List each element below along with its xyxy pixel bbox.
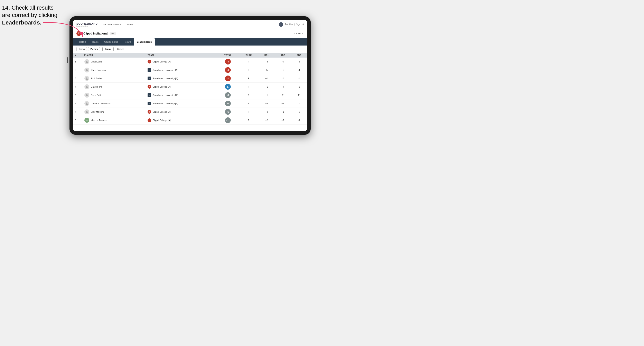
cell-total: +11 — [217, 116, 239, 125]
cell-rd3: -1 — [291, 99, 307, 108]
col-rd3: RD3 — [291, 53, 307, 58]
cell-rd1: +1 — [258, 74, 275, 83]
table-row: 8MTMarcus TurnersCClippd College [A]+11F… — [73, 116, 307, 125]
tournament-name: Clippd Invitational — [84, 32, 108, 35]
filter-players[interactable]: Players — [88, 47, 100, 51]
table-row: 3Rich Butler≡Scoreboard University [A]-2… — [73, 74, 307, 83]
team-name: Scoreboard University [A] — [152, 94, 178, 96]
tab-bar: Details Teams Course Setup Results Leade… — [73, 38, 307, 45]
cell-player: Cameron Robertson — [83, 99, 146, 108]
clippd-icon: C — [148, 85, 151, 89]
cell-rd3: +6 — [291, 108, 307, 116]
col-thru: THRU — [239, 53, 258, 58]
cell-rank: 6 — [73, 99, 83, 108]
player-name: Blair McHarg — [91, 111, 104, 113]
cell-total: +6 — [217, 99, 239, 108]
player-avatar — [84, 84, 89, 89]
cell-thru: F — [239, 58, 258, 66]
filter-bar: Teams Players Scores Strokes — [73, 45, 307, 53]
cell-rd3: E — [291, 91, 307, 99]
score-badge: E — [225, 84, 231, 90]
nav-links: TOURNAMENTS TEAMS — [102, 22, 279, 26]
clippd-icon: C — [148, 60, 151, 63]
cell-rd2: +5 — [275, 66, 291, 74]
table-row: 6Cameron Robertson≡Scoreboard University… — [73, 99, 307, 108]
player-avatar — [84, 93, 89, 98]
col-total: TOTAL — [217, 53, 239, 58]
cell-player: Chris Robertson — [83, 66, 146, 74]
cell-player: Blair McHarg — [83, 108, 146, 116]
tablet-screen: SCOREBOARD Powered by clippd TOURNAMENTS… — [73, 20, 307, 131]
score-badge: +6 — [225, 101, 231, 106]
arrow-annotation — [41, 20, 86, 42]
cell-team: ≡Scoreboard University [A] — [146, 91, 217, 99]
top-nav: SCOREBOARD Powered by clippd TOURNAMENTS… — [73, 20, 307, 29]
table-row: 1Elliot EbertCClippd College [A]-8F+3-6-… — [73, 58, 307, 66]
cell-thru: F — [239, 83, 258, 91]
scoreboard-icon: ≡ — [148, 93, 151, 97]
filter-teams[interactable]: Teams — [76, 47, 87, 51]
cell-rd1: +1 — [258, 83, 275, 91]
table-header-row: # PLAYER TEAM TOTAL THRU RD1 RD2 RD3 — [73, 53, 307, 58]
cell-rank: 8 — [73, 116, 83, 125]
cell-player: MTMarcus Turners — [83, 116, 146, 125]
table-row: 5Rees Britt≡Scoreboard University [A]+1F… — [73, 91, 307, 99]
clippd-icon: C — [148, 118, 151, 122]
cell-rd2: -6 — [275, 58, 291, 66]
cell-rank: 7 — [73, 108, 83, 116]
cancel-button[interactable]: Cancel ✕ — [294, 32, 304, 35]
cell-rd3: -5 — [291, 58, 307, 66]
cell-rd3: +2 — [291, 116, 307, 125]
nav-teams[interactable]: TEAMS — [125, 22, 133, 26]
cell-rd1: +5 — [258, 99, 275, 108]
score-badge: -8 — [225, 59, 231, 64]
col-rank: # — [73, 53, 83, 58]
filter-scores[interactable]: Scores — [102, 47, 114, 51]
clippd-icon: C — [148, 110, 151, 114]
cell-player: Elliot Ebert — [83, 58, 146, 66]
cell-rank: 5 — [73, 91, 83, 99]
nav-right: TU Test User | Sign out — [279, 22, 304, 27]
cell-total: -4 — [217, 66, 239, 74]
player-name: Elliot Ebert — [91, 60, 102, 63]
cell-rd1: +3 — [258, 58, 275, 66]
tablet-frame: SCOREBOARD Powered by clippd TOURNAMENTS… — [70, 16, 311, 135]
cell-rd3: -4 — [291, 66, 307, 74]
col-rd1: RD1 — [258, 53, 275, 58]
table-row: 7Blair McHargCClippd College [A]+9F+2+1+… — [73, 108, 307, 116]
cell-rd1: -5 — [258, 66, 275, 74]
tab-results[interactable]: Results — [121, 38, 134, 45]
cell-thru: F — [239, 66, 258, 74]
results-table: # PLAYER TEAM TOTAL THRU RD1 RD2 RD3 1El… — [73, 53, 307, 125]
cell-rd1: +2 — [258, 108, 275, 116]
cell-thru: F — [239, 91, 258, 99]
cell-team: CClippd College [A] — [146, 58, 217, 66]
tab-course-setup[interactable]: Course Setup — [101, 38, 121, 45]
filter-strokes[interactable]: Strokes — [115, 47, 126, 51]
cell-player: Rees Britt — [83, 91, 146, 99]
player-name: Cameron Robertson — [91, 102, 111, 105]
cell-rd3: +3 — [291, 83, 307, 91]
cell-rd3: -1 — [291, 74, 307, 83]
player-name: Rich Butler — [91, 77, 102, 80]
player-avatar — [84, 101, 89, 106]
team-name: Scoreboard University [A] — [152, 77, 178, 80]
col-player: PLAYER — [83, 53, 146, 58]
sign-out-link[interactable]: Sign out — [296, 23, 304, 25]
player-name: Chris Robertson — [91, 69, 107, 71]
cell-rd1: +2 — [258, 116, 275, 125]
tab-teams[interactable]: Teams — [89, 38, 101, 45]
team-name: Clippd College [A] — [152, 119, 170, 122]
cell-rank: 3 — [73, 74, 83, 83]
tab-leaderboards[interactable]: Leaderboards — [134, 38, 155, 45]
team-name: Clippd College [A] — [152, 60, 170, 63]
score-badge: -2 — [225, 76, 231, 81]
player-name: Marcus Turners — [91, 119, 106, 122]
nav-tournaments[interactable]: TOURNAMENTS — [102, 22, 121, 26]
cell-rd2: +2 — [275, 99, 291, 108]
player-avatar — [84, 59, 89, 64]
cell-total: -2 — [217, 74, 239, 83]
score-badge: +9 — [225, 109, 231, 115]
tablet-side-button — [68, 57, 68, 63]
scoreboard-icon: ≡ — [148, 77, 151, 80]
